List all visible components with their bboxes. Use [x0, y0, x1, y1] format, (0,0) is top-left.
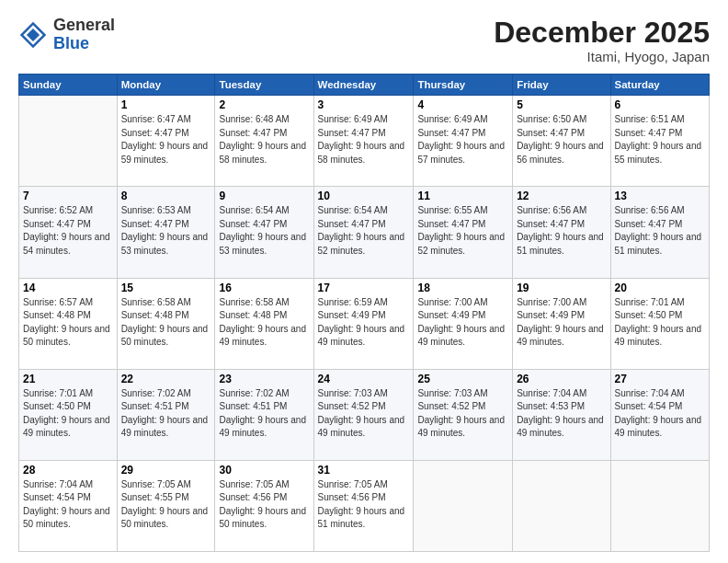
calendar-cell — [610, 460, 709, 551]
day-info: Sunrise: 7:00 AMSunset: 4:49 PMDaylight:… — [417, 296, 508, 350]
day-number: 30 — [219, 464, 309, 477]
day-info: Sunrise: 6:51 AMSunset: 4:47 PMDaylight:… — [615, 113, 705, 167]
day-info: Sunrise: 7:04 AMSunset: 4:54 PMDaylight:… — [23, 478, 113, 532]
day-number: 24 — [318, 373, 410, 385]
calendar-cell: 29Sunrise: 7:05 AMSunset: 4:55 PMDayligh… — [117, 460, 215, 551]
day-number: 13 — [615, 190, 705, 202]
day-number: 23 — [219, 373, 309, 385]
calendar-cell — [414, 460, 513, 551]
day-info: Sunrise: 6:59 AMSunset: 4:49 PMDaylight:… — [318, 296, 410, 350]
calendar-cell: 23Sunrise: 7:02 AMSunset: 4:51 PMDayligh… — [215, 369, 313, 460]
calendar-cell: 13Sunrise: 6:56 AMSunset: 4:47 PMDayligh… — [610, 187, 709, 278]
location: Itami, Hyogo, Japan — [494, 49, 710, 64]
logo-general-text: General — [53, 16, 115, 34]
day-number: 7 — [23, 190, 113, 202]
calendar-table: SundayMondayTuesdayWednesdayThursdayFrid… — [18, 74, 710, 552]
day-number: 28 — [23, 464, 113, 477]
day-info: Sunrise: 6:55 AMSunset: 4:47 PMDaylight:… — [417, 204, 508, 258]
logo: General Blue — [18, 17, 115, 53]
header: General Blue December 2025 Itami, Hyogo,… — [18, 17, 710, 64]
calendar-cell: 3Sunrise: 6:49 AMSunset: 4:47 PMDaylight… — [313, 96, 414, 187]
weekday-header-friday: Friday — [513, 75, 610, 96]
day-number: 15 — [121, 282, 211, 294]
calendar-week-row: 1Sunrise: 6:47 AMSunset: 4:47 PMDaylight… — [19, 96, 710, 187]
day-info: Sunrise: 7:05 AMSunset: 4:56 PMDaylight:… — [318, 478, 410, 532]
day-info: Sunrise: 7:03 AMSunset: 4:52 PMDaylight:… — [318, 387, 410, 441]
day-info: Sunrise: 6:54 AMSunset: 4:47 PMDaylight:… — [219, 204, 309, 258]
calendar-week-row: 14Sunrise: 6:57 AMSunset: 4:48 PMDayligh… — [19, 278, 710, 369]
day-info: Sunrise: 7:05 AMSunset: 4:56 PMDaylight:… — [219, 478, 309, 532]
day-number: 3 — [318, 98, 410, 111]
day-info: Sunrise: 6:56 AMSunset: 4:47 PMDaylight:… — [615, 204, 705, 258]
day-info: Sunrise: 7:05 AMSunset: 4:55 PMDaylight:… — [121, 478, 211, 532]
day-number: 20 — [615, 282, 705, 294]
calendar-cell: 26Sunrise: 7:04 AMSunset: 4:53 PMDayligh… — [513, 369, 610, 460]
day-info: Sunrise: 7:04 AMSunset: 4:53 PMDaylight:… — [517, 387, 606, 441]
calendar-cell: 15Sunrise: 6:58 AMSunset: 4:48 PMDayligh… — [117, 278, 215, 369]
calendar-week-row: 21Sunrise: 7:01 AMSunset: 4:50 PMDayligh… — [19, 369, 710, 460]
calendar-cell: 8Sunrise: 6:53 AMSunset: 4:47 PMDaylight… — [117, 187, 215, 278]
calendar-cell: 19Sunrise: 7:00 AMSunset: 4:49 PMDayligh… — [513, 278, 610, 369]
calendar-cell: 27Sunrise: 7:04 AMSunset: 4:54 PMDayligh… — [610, 369, 709, 460]
day-number: 8 — [121, 190, 211, 202]
day-number: 22 — [121, 373, 211, 385]
month-title: December 2025 — [494, 17, 710, 49]
calendar-cell: 11Sunrise: 6:55 AMSunset: 4:47 PMDayligh… — [414, 187, 513, 278]
day-info: Sunrise: 6:49 AMSunset: 4:47 PMDaylight:… — [318, 113, 410, 167]
calendar-cell: 4Sunrise: 6:49 AMSunset: 4:47 PMDaylight… — [414, 96, 513, 187]
calendar-cell: 25Sunrise: 7:03 AMSunset: 4:52 PMDayligh… — [414, 369, 513, 460]
day-info: Sunrise: 7:03 AMSunset: 4:52 PMDaylight:… — [417, 387, 508, 441]
day-info: Sunrise: 7:02 AMSunset: 4:51 PMDaylight:… — [219, 387, 309, 441]
calendar-week-row: 7Sunrise: 6:52 AMSunset: 4:47 PMDaylight… — [19, 187, 710, 278]
calendar-cell: 17Sunrise: 6:59 AMSunset: 4:49 PMDayligh… — [313, 278, 414, 369]
title-block: December 2025 Itami, Hyogo, Japan — [494, 17, 710, 64]
calendar-cell: 9Sunrise: 6:54 AMSunset: 4:47 PMDaylight… — [215, 187, 313, 278]
day-info: Sunrise: 7:04 AMSunset: 4:54 PMDaylight:… — [615, 387, 705, 441]
day-number: 21 — [23, 373, 113, 385]
day-number: 12 — [517, 190, 606, 202]
day-number: 4 — [417, 98, 508, 111]
day-number: 25 — [417, 373, 508, 385]
day-number: 18 — [417, 282, 508, 294]
weekday-header-thursday: Thursday — [414, 75, 513, 96]
day-info: Sunrise: 6:56 AMSunset: 4:47 PMDaylight:… — [517, 204, 606, 258]
calendar-cell: 18Sunrise: 7:00 AMSunset: 4:49 PMDayligh… — [414, 278, 513, 369]
calendar-cell: 1Sunrise: 6:47 AMSunset: 4:47 PMDaylight… — [117, 96, 215, 187]
calendar-cell: 10Sunrise: 6:54 AMSunset: 4:47 PMDayligh… — [313, 187, 414, 278]
day-number: 10 — [318, 190, 410, 202]
day-info: Sunrise: 6:49 AMSunset: 4:47 PMDaylight:… — [417, 113, 508, 167]
day-info: Sunrise: 6:47 AMSunset: 4:47 PMDaylight:… — [121, 113, 211, 167]
day-number: 16 — [219, 282, 309, 294]
day-number: 1 — [121, 98, 211, 111]
day-number: 27 — [615, 373, 705, 385]
day-info: Sunrise: 6:52 AMSunset: 4:47 PMDaylight:… — [23, 204, 113, 258]
day-number: 6 — [615, 98, 705, 111]
weekday-header-wednesday: Wednesday — [313, 75, 414, 96]
calendar-cell: 6Sunrise: 6:51 AMSunset: 4:47 PMDaylight… — [610, 96, 709, 187]
day-number: 17 — [318, 282, 410, 294]
weekday-header-monday: Monday — [117, 75, 215, 96]
day-info: Sunrise: 6:57 AMSunset: 4:48 PMDaylight:… — [23, 296, 113, 350]
calendar-cell: 31Sunrise: 7:05 AMSunset: 4:56 PMDayligh… — [313, 460, 414, 551]
calendar-cell: 24Sunrise: 7:03 AMSunset: 4:52 PMDayligh… — [313, 369, 414, 460]
calendar-week-row: 28Sunrise: 7:04 AMSunset: 4:54 PMDayligh… — [19, 460, 710, 551]
day-info: Sunrise: 7:01 AMSunset: 4:50 PMDaylight:… — [615, 296, 705, 350]
day-number: 26 — [517, 373, 606, 385]
day-number: 2 — [219, 98, 309, 111]
calendar-cell: 12Sunrise: 6:56 AMSunset: 4:47 PMDayligh… — [513, 187, 610, 278]
day-info: Sunrise: 7:01 AMSunset: 4:50 PMDaylight:… — [23, 387, 113, 441]
day-info: Sunrise: 6:48 AMSunset: 4:47 PMDaylight:… — [219, 113, 309, 167]
day-number: 9 — [219, 190, 309, 202]
weekday-header-sunday: Sunday — [19, 75, 118, 96]
calendar-cell: 28Sunrise: 7:04 AMSunset: 4:54 PMDayligh… — [19, 460, 118, 551]
logo-text: General Blue — [53, 17, 115, 53]
calendar-cell: 5Sunrise: 6:50 AMSunset: 4:47 PMDaylight… — [513, 96, 610, 187]
weekday-header-saturday: Saturday — [610, 75, 709, 96]
calendar-cell: 2Sunrise: 6:48 AMSunset: 4:47 PMDaylight… — [215, 96, 313, 187]
calendar-cell — [513, 460, 610, 551]
day-info: Sunrise: 6:54 AMSunset: 4:47 PMDaylight:… — [318, 204, 410, 258]
calendar-cell: 22Sunrise: 7:02 AMSunset: 4:51 PMDayligh… — [117, 369, 215, 460]
calendar-cell — [19, 96, 118, 187]
page: General Blue December 2025 Itami, Hyogo,… — [0, 0, 728, 563]
calendar-cell: 21Sunrise: 7:01 AMSunset: 4:50 PMDayligh… — [19, 369, 118, 460]
